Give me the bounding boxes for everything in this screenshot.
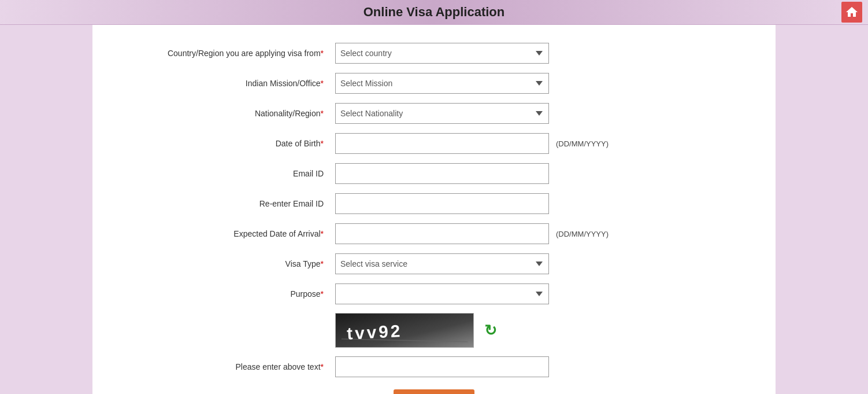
visa-type-select[interactable]: Select visa service — [335, 253, 549, 274]
form-container: Country/Region you are applying visa fro… — [92, 36, 776, 394]
country-required: * — [321, 49, 324, 58]
captcha-input[interactable] — [335, 356, 549, 377]
visa-type-label: Visa Type* — [116, 259, 335, 268]
captcha-input-label: Please enter above text* — [116, 362, 335, 371]
captcha-image: tvv92 — [335, 313, 474, 348]
visa-type-required: * — [321, 259, 324, 268]
nationality-required: * — [321, 109, 324, 118]
email-label: Email ID — [116, 169, 335, 178]
country-label: Country/Region you are applying visa fro… — [116, 49, 335, 58]
home-icon[interactable] — [841, 2, 862, 23]
arrival-required: * — [321, 229, 324, 238]
header-bar: Online Visa Application — [0, 0, 868, 25]
continue-button[interactable]: Continue — [394, 389, 474, 394]
captcha-input-row: Please enter above text* — [116, 356, 752, 378]
mission-required: * — [321, 79, 324, 88]
refresh-captcha-button[interactable]: ↻ — [482, 322, 499, 339]
dob-row: Date of Birth* (DD/MM/YYYY) — [116, 132, 752, 154]
email-input[interactable] — [335, 163, 549, 184]
dob-required: * — [321, 139, 324, 148]
home-svg — [845, 5, 859, 19]
mission-label: Indian Mission/Office* — [116, 79, 335, 88]
home-icon-container — [841, 2, 862, 23]
country-row: Country/Region you are applying visa fro… — [116, 42, 752, 64]
arrival-label: Expected Date of Arrival* — [116, 229, 335, 238]
captcha-required: * — [321, 362, 324, 371]
purpose-select[interactable] — [335, 283, 549, 304]
main-content: Country/Region you are applying visa fro… — [92, 25, 776, 394]
nationality-select[interactable]: Select Nationality — [335, 103, 549, 124]
dob-hint: (DD/MM/YYYY) — [556, 139, 609, 148]
svg-text:tvv92: tvv92 — [346, 321, 403, 343]
arrival-hint: (DD/MM/YYYY) — [556, 230, 609, 238]
page-title: Online Visa Application — [0, 5, 868, 20]
dob-input[interactable] — [335, 133, 549, 154]
arrival-row: Expected Date of Arrival* (DD/MM/YYYY) — [116, 223, 752, 245]
nationality-row: Nationality/Region* Select Nationality — [116, 102, 752, 124]
arrival-input[interactable] — [335, 223, 549, 244]
mission-row: Indian Mission/Office* Select Mission — [116, 72, 752, 94]
country-select[interactable]: Select country — [335, 43, 549, 64]
mission-select[interactable]: Select Mission — [335, 73, 549, 94]
captcha-area: tvv92 ↻ — [335, 313, 499, 348]
continue-row: Continue — [116, 389, 752, 394]
nationality-label: Nationality/Region* — [116, 109, 335, 118]
email-row: Email ID — [116, 163, 752, 185]
re-email-label: Re-enter Email ID — [116, 199, 335, 208]
captcha-image-row: tvv92 ↻ — [116, 313, 752, 348]
dob-label: Date of Birth* — [116, 139, 335, 148]
purpose-row: Purpose* — [116, 283, 752, 305]
captcha-svg: tvv92 — [336, 313, 473, 348]
purpose-required: * — [321, 289, 324, 299]
re-email-input[interactable] — [335, 193, 549, 214]
re-email-row: Re-enter Email ID — [116, 193, 752, 215]
page-wrapper: Online Visa Application Country/Region y… — [0, 0, 868, 394]
purpose-label: Purpose* — [116, 289, 335, 299]
visa-type-row: Visa Type* Select visa service — [116, 253, 752, 275]
